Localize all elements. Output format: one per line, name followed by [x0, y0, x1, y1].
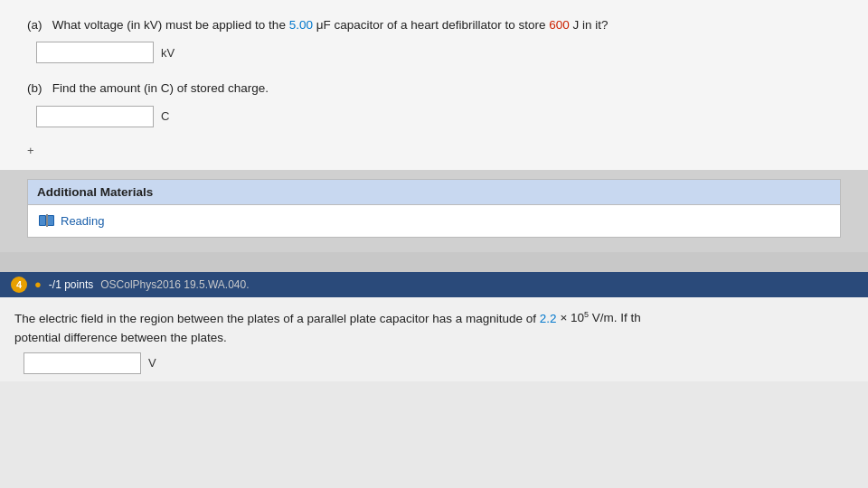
part-b-unit: C: [161, 109, 169, 123]
bottom-answer-row: V: [24, 352, 854, 374]
main-container: (a) What voltage (in kV) must be applied…: [0, 0, 868, 488]
top-section: (a) What voltage (in kV) must be applied…: [0, 0, 868, 170]
part-b-answer-row: C: [36, 106, 841, 127]
additional-materials-body: Reading: [28, 205, 840, 237]
reading-label: Reading: [61, 214, 104, 228]
bottom-unit: V: [148, 354, 156, 373]
points-text: -/1 points: [49, 278, 93, 291]
bullet-icon: ●: [34, 277, 42, 291]
bottom-question-body: The electric field in the region between…: [0, 297, 868, 382]
part-a-input[interactable]: [36, 42, 154, 63]
svg-rect-1: [40, 216, 45, 225]
question-number-circle: 4: [11, 277, 27, 293]
svg-rect-3: [48, 216, 53, 225]
part-b-question: (b) Find the amount (in C) of stored cha…: [27, 80, 841, 98]
spacer-gray: [0, 252, 868, 272]
part-b: (b) Find the amount (in C) of stored cha…: [27, 80, 841, 127]
book-icon: [39, 214, 55, 227]
bottom-question-header: 4 ● -/1 points OSColPhys2016 19.5.WA.040…: [0, 272, 868, 297]
additional-materials-section: Additional Materials Reading: [27, 179, 841, 238]
svg-rect-4: [46, 214, 48, 227]
bottom-section: 4 ● -/1 points OSColPhys2016 19.5.WA.040…: [0, 272, 868, 489]
part-a-capacitance: 5.00: [289, 18, 313, 32]
plus-sign: +: [27, 144, 841, 157]
exponent: 5: [584, 310, 589, 319]
part-a-energy: 600: [549, 18, 570, 32]
reading-link[interactable]: Reading: [39, 214, 829, 228]
bottom-highlight-value: 2.2: [540, 311, 557, 324]
part-a-unit: kV: [161, 46, 175, 60]
part-a-answer-row: kV: [36, 42, 841, 63]
additional-materials-header: Additional Materials: [28, 180, 840, 205]
part-b-input[interactable]: [36, 106, 154, 127]
question-id: OSColPhys2016 19.5.WA.040.: [100, 278, 249, 291]
part-a-question: (a) What voltage (in kV) must be applied…: [27, 16, 841, 34]
part-a: (a) What voltage (in kV) must be applied…: [27, 16, 841, 63]
bottom-input[interactable]: [24, 352, 141, 374]
